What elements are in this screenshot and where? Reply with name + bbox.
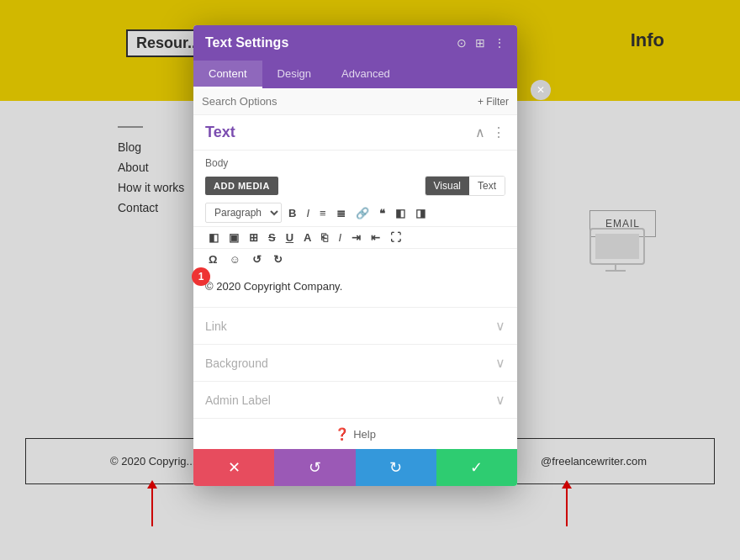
undo-btn[interactable]: ↺: [249, 252, 265, 267]
settings-icon[interactable]: ⊙: [457, 36, 467, 50]
underline-btn[interactable]: U: [283, 230, 297, 245]
font-color-btn[interactable]: A: [300, 230, 314, 245]
undo-action-button[interactable]: ↺: [274, 449, 355, 486]
align-center-btn[interactable]: ▣: [225, 230, 242, 245]
link-label: Link: [205, 320, 227, 333]
text-section-title: Text: [205, 124, 235, 141]
help-icon: ❓: [335, 427, 349, 441]
help-label[interactable]: Help: [353, 428, 376, 441]
modal-search-bar: + Filter: [193, 88, 517, 115]
more-icon[interactable]: ⋮: [494, 36, 505, 50]
filter-button[interactable]: + Filter: [478, 96, 509, 108]
text-view-btn[interactable]: Text: [469, 177, 505, 195]
bold-btn[interactable]: B: [285, 206, 299, 220]
unordered-list-btn[interactable]: ≡: [316, 206, 330, 220]
modal-header: Text Settings ⊙ ⊞ ⋮: [193, 25, 517, 61]
step-badge: 1: [192, 267, 210, 286]
collapse-icon[interactable]: ∧: [475, 124, 485, 140]
text-section-header: Text ∧ ⋮: [193, 115, 517, 151]
link-btn[interactable]: 🔗: [352, 206, 373, 220]
modal-footer: ❓ Help: [193, 418, 517, 449]
background-section[interactable]: Background ∨: [193, 344, 517, 381]
view-toggle: Visual Text: [425, 176, 505, 196]
link-section[interactable]: Link ∨: [193, 307, 517, 344]
modal-header-icons: ⊙ ⊞ ⋮: [457, 36, 505, 50]
add-media-button[interactable]: ADD MEDIA: [205, 177, 278, 195]
emoji-btn[interactable]: ☺: [225, 252, 243, 267]
text-settings-modal: Text Settings ⊙ ⊞ ⋮ Content Design Advan…: [193, 25, 517, 486]
italic-btn[interactable]: I: [303, 206, 313, 220]
visual-view-btn[interactable]: Visual: [426, 177, 469, 195]
ordered-list-btn[interactable]: ≣: [333, 206, 349, 220]
outdent-btn[interactable]: ⇤: [367, 230, 383, 245]
section-controls: ∧ ⋮: [475, 124, 505, 140]
align-right-btn[interactable]: ◨: [412, 206, 429, 220]
paragraph-select[interactable]: Paragraph: [205, 203, 282, 223]
cancel-button[interactable]: ✕: [193, 449, 274, 486]
save-button[interactable]: ✓: [436, 449, 517, 486]
modal-actions: ✕ ↺ ↻ ✓: [193, 449, 517, 486]
editor-format-bar-2: ◧ ▣ ⊞ S U A ⎗ I ⇥ ⇤ ⛶: [193, 227, 517, 249]
redo-btn[interactable]: ↻: [270, 252, 286, 267]
editor-format-bar-1: Paragraph B I ≡ ≣ 🔗 ❝ ◧ ◨: [193, 199, 517, 227]
modal-close-circle[interactable]: ✕: [531, 80, 551, 100]
indent-btn[interactable]: ⇥: [348, 230, 364, 245]
table-btn[interactable]: ⊞: [246, 230, 262, 245]
modal-tabs: Content Design Advanced: [193, 61, 517, 88]
editor-toolbar-top: ADD MEDIA Visual Text: [193, 172, 517, 199]
editor-content[interactable]: © 2020 Copyright Company.: [193, 273, 517, 307]
search-input[interactable]: [202, 95, 370, 108]
omega-btn[interactable]: Ω: [205, 252, 220, 267]
background-label: Background: [205, 357, 268, 370]
background-chevron-icon: ∨: [495, 355, 505, 371]
body-label: Body: [193, 151, 517, 172]
fullscreen-btn[interactable]: ⛶: [387, 230, 404, 245]
strikethrough-btn[interactable]: S: [265, 230, 279, 245]
admin-label: Admin Label: [205, 394, 271, 407]
admin-chevron-icon: ∨: [495, 392, 505, 408]
editor-format-bar-3: Ω ☺ ↺ ↻: [193, 249, 517, 273]
link-chevron-icon: ∨: [495, 318, 505, 334]
section-more-icon[interactable]: ⋮: [492, 124, 505, 140]
tab-advanced[interactable]: Advanced: [326, 61, 405, 88]
italic-2-btn[interactable]: I: [335, 230, 345, 245]
expand-icon[interactable]: ⊞: [475, 36, 485, 50]
tab-content[interactable]: Content: [193, 61, 262, 88]
modal-body: Text ∧ ⋮ Body ADD MEDIA Visual Text Para…: [193, 115, 517, 449]
admin-label-section[interactable]: Admin Label ∨: [193, 381, 517, 418]
tab-design[interactable]: Design: [262, 61, 326, 88]
align-left-2-btn[interactable]: ◧: [205, 230, 222, 245]
align-left-btn[interactable]: ◧: [392, 206, 409, 220]
quote-btn[interactable]: ❝: [376, 206, 388, 220]
modal-title: Text Settings: [205, 35, 288, 50]
paste-btn[interactable]: ⎗: [318, 230, 331, 245]
redo-action-button[interactable]: ↻: [356, 449, 436, 486]
